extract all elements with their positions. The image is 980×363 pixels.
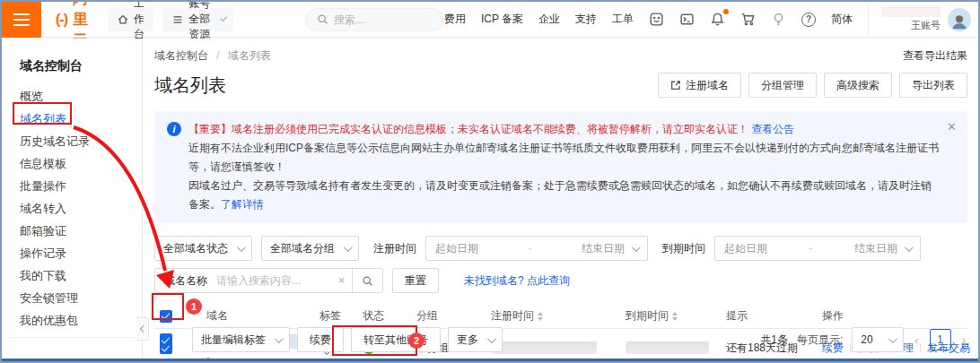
close-icon[interactable]: ✕ xyxy=(947,120,957,134)
sidebar: 域名控制台 概览 域名列表 历史域名记录 信息模板 批量操作 域名转入 邮箱验证… xyxy=(2,39,143,361)
chevron-left-icon xyxy=(139,325,146,333)
sort-icon[interactable] xyxy=(672,312,678,321)
global-search[interactable] xyxy=(305,8,444,31)
sidebar-item-email-verification[interactable]: 邮箱验证 xyxy=(2,220,142,242)
sidebar-item-operation-records[interactable]: 操作记录 xyxy=(2,242,142,264)
sidebar-divider xyxy=(9,337,135,338)
sidebar-title: 域名控制台 xyxy=(2,39,142,85)
annotation-step-2-badge: 2 xyxy=(408,333,424,349)
notice-line-3: 因域名过户、交易等导致域名持有者发生变更的，请及时变更或注销备案；处于急需续费或… xyxy=(188,177,941,214)
sidebar-item-domain-list[interactable]: 域名列表 xyxy=(2,108,142,130)
batch-edit-tags-dropdown[interactable]: 批量编辑标签 xyxy=(192,327,290,352)
account-menu[interactable]: 王账号 xyxy=(868,2,971,38)
domain-name-label: 域名名称 xyxy=(155,269,216,292)
sidebar-item-domain-transfer-in[interactable]: 域名转入 xyxy=(2,197,142,220)
menu-icp[interactable]: ICP 备案 xyxy=(481,12,523,27)
clear-icon[interactable]: × xyxy=(331,274,352,287)
registration-time-label: 注册时间 xyxy=(373,241,416,256)
lightbulb-icon[interactable] xyxy=(771,12,786,27)
transfer-to-other-account-button[interactable]: 转至其他账号 xyxy=(351,327,441,352)
sidebar-item-security-lock[interactable]: 安全锁管理 xyxy=(2,287,142,309)
hamburger-menu-button[interactable] xyxy=(2,2,41,38)
language-switch[interactable]: 简体 xyxy=(831,12,853,27)
sidebar-item-history-records[interactable]: 历史域名记录 xyxy=(2,130,142,152)
cloudshell-icon[interactable] xyxy=(679,12,695,27)
sidebar-item-my-downloads[interactable]: 我的下载 xyxy=(2,264,142,287)
workbench-nav[interactable]: 工作台 xyxy=(108,8,153,31)
chevron-down-icon xyxy=(344,243,353,252)
aliyun-domain-console-window: (-) 阿里云 工作台 账号全部资源 费用 ICP 备案 企业 支持 xyxy=(0,0,980,363)
renew-button[interactable]: 续费 xyxy=(297,327,344,352)
col-registration-time[interactable]: 注册时间 xyxy=(491,308,626,324)
aliyun-logo-icon: (-) xyxy=(56,12,67,28)
expiration-time-label: 到期时间 xyxy=(662,241,705,256)
view-export-result-link[interactable]: 查看导出结果 xyxy=(903,48,967,64)
expiration-date-range[interactable]: 起始日期 - 结束日期 xyxy=(714,236,921,261)
per-page-dropdown[interactable]: 20 xyxy=(852,327,904,352)
menu-support[interactable]: 支持 xyxy=(575,12,597,27)
help-icon[interactable]: ? xyxy=(801,13,816,27)
col-hint: 提示 xyxy=(726,308,822,324)
cart-icon[interactable] xyxy=(740,12,756,27)
view-announcement-link[interactable]: 查看公告 xyxy=(751,123,794,135)
header-buttons: 注册域名 分组管理 高级搜索 导出列表 xyxy=(658,73,967,98)
chevron-down-icon xyxy=(237,243,246,252)
sidebar-item-info-template[interactable]: 信息模板 xyxy=(2,152,142,175)
main-content: 域名控制台 / 域名列表 查看导出结果 域名列表 注册域名 分组管理 高级搜索 … xyxy=(144,39,978,361)
breadcrumb: 域名控制台 / 域名列表 xyxy=(154,48,271,64)
chevron-down-icon xyxy=(905,243,914,252)
notice-line-important: 【重要】域名注册必须使用已完成实名认证的信息模板；未实名认证域名不能续费、将被暂… xyxy=(188,120,941,139)
next-page-button[interactable]: › xyxy=(960,333,967,347)
domain-group-dropdown[interactable]: 全部域名分组 xyxy=(261,236,359,261)
col-expiration-time[interactable]: 到期时间 xyxy=(626,308,726,324)
sidebar-item-overview[interactable]: 概览 xyxy=(2,85,142,108)
sidebar-collapse-button[interactable] xyxy=(136,317,149,341)
export-list-button[interactable]: 导出列表 xyxy=(899,73,967,98)
sidebar-item-batch-operations[interactable]: 批量操作 xyxy=(2,175,142,197)
more-dropdown[interactable]: 更多 xyxy=(448,327,503,352)
group-management-button[interactable]: 分组管理 xyxy=(748,73,817,98)
notice-banner: i 【重要】域名注册必须使用已完成实名认证的信息模板；未实名认证域名不能续费、将… xyxy=(154,111,967,223)
prev-page-button[interactable]: ‹ xyxy=(913,333,920,347)
topbar-right-menu: 费用 ICP 备案 企业 支持 工单 ? 简体 xyxy=(444,2,978,38)
avatar[interactable] xyxy=(948,8,971,31)
global-search-input[interactable] xyxy=(334,13,433,26)
notification-bell-icon[interactable] xyxy=(710,12,725,27)
home-icon xyxy=(117,13,129,26)
chevron-down-icon xyxy=(221,14,227,21)
page-number[interactable]: 1 xyxy=(930,329,951,350)
domain-search-input[interactable] xyxy=(216,274,331,287)
account-sub-label: 王账号 xyxy=(911,19,941,32)
reset-button[interactable]: 重置 xyxy=(392,268,439,293)
info-icon: i xyxy=(167,122,181,136)
breadcrumb-root[interactable]: 域名控制台 xyxy=(154,49,208,62)
notification-dot xyxy=(723,9,729,14)
col-status: 状态 xyxy=(363,308,416,324)
chevron-down-icon xyxy=(632,243,641,252)
chevron-down-icon xyxy=(487,334,496,343)
advanced-search-button[interactable]: 高级搜索 xyxy=(824,73,892,98)
col-operation: 操作 xyxy=(822,308,967,324)
select-all-checkbox[interactable] xyxy=(160,310,172,323)
menu-billing[interactable]: 费用 xyxy=(444,12,466,27)
page-title: 域名列表 xyxy=(154,73,226,98)
chevron-down-icon xyxy=(888,334,897,343)
domain-not-found-link[interactable]: 未找到域名? 点此查询 xyxy=(464,273,570,289)
col-group: 分组 xyxy=(416,308,491,324)
menu-ticket[interactable]: 工单 xyxy=(612,12,634,27)
domain-name-search-group: 域名名称 × xyxy=(154,268,383,293)
external-link-icon xyxy=(670,80,681,91)
menu-enterprise[interactable]: 企业 xyxy=(538,12,560,27)
total-count: 共1条 xyxy=(760,333,788,348)
sidebar-item-my-discount-package[interactable]: 我的优惠包 xyxy=(2,309,142,332)
search-button[interactable] xyxy=(352,269,382,292)
register-domain-button[interactable]: 注册域名 xyxy=(658,73,741,98)
account-resources-dropdown[interactable]: 账号全部资源 xyxy=(162,8,233,31)
learn-more-link[interactable]: 了解详情 xyxy=(221,198,264,211)
app-icon[interactable] xyxy=(649,12,664,27)
bulk-select-checkbox[interactable] xyxy=(160,333,172,346)
domain-status-dropdown[interactable]: 全部域名状态 xyxy=(154,236,252,261)
sort-icon[interactable] xyxy=(538,312,543,321)
registration-date-range[interactable]: 起始日期 - 结束日期 xyxy=(425,236,648,261)
resources-icon xyxy=(171,13,184,26)
